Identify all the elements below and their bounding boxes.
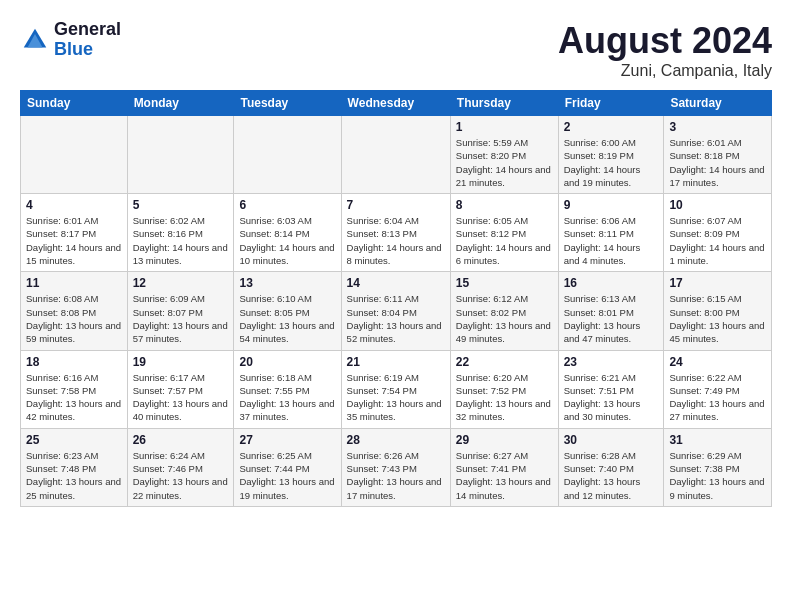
- calendar-cell: 14Sunrise: 6:11 AM Sunset: 8:04 PM Dayli…: [341, 272, 450, 350]
- day-number: 3: [669, 120, 766, 134]
- cell-content: Sunrise: 6:06 AM Sunset: 8:11 PM Dayligh…: [564, 214, 659, 267]
- calendar-cell: 13Sunrise: 6:10 AM Sunset: 8:05 PM Dayli…: [234, 272, 341, 350]
- calendar-cell: [127, 116, 234, 194]
- calendar-cell: 28Sunrise: 6:26 AM Sunset: 7:43 PM Dayli…: [341, 428, 450, 506]
- calendar-cell: 16Sunrise: 6:13 AM Sunset: 8:01 PM Dayli…: [558, 272, 664, 350]
- weekday-header-tuesday: Tuesday: [234, 91, 341, 116]
- day-number: 13: [239, 276, 335, 290]
- day-number: 5: [133, 198, 229, 212]
- calendar-cell: 20Sunrise: 6:18 AM Sunset: 7:55 PM Dayli…: [234, 350, 341, 428]
- day-number: 24: [669, 355, 766, 369]
- cell-content: Sunrise: 6:11 AM Sunset: 8:04 PM Dayligh…: [347, 292, 445, 345]
- calendar-cell: 30Sunrise: 6:28 AM Sunset: 7:40 PM Dayli…: [558, 428, 664, 506]
- calendar-week-row: 1Sunrise: 5:59 AM Sunset: 8:20 PM Daylig…: [21, 116, 772, 194]
- cell-content: Sunrise: 6:23 AM Sunset: 7:48 PM Dayligh…: [26, 449, 122, 502]
- cell-content: Sunrise: 6:12 AM Sunset: 8:02 PM Dayligh…: [456, 292, 553, 345]
- day-number: 12: [133, 276, 229, 290]
- calendar-cell: 10Sunrise: 6:07 AM Sunset: 8:09 PM Dayli…: [664, 194, 772, 272]
- cell-content: Sunrise: 5:59 AM Sunset: 8:20 PM Dayligh…: [456, 136, 553, 189]
- cell-content: Sunrise: 6:26 AM Sunset: 7:43 PM Dayligh…: [347, 449, 445, 502]
- day-number: 23: [564, 355, 659, 369]
- day-number: 9: [564, 198, 659, 212]
- page-header: General Blue August 2024 Zuni, Campania,…: [20, 20, 772, 80]
- cell-content: Sunrise: 6:08 AM Sunset: 8:08 PM Dayligh…: [26, 292, 122, 345]
- day-number: 14: [347, 276, 445, 290]
- day-number: 11: [26, 276, 122, 290]
- day-number: 25: [26, 433, 122, 447]
- calendar-cell: 7Sunrise: 6:04 AM Sunset: 8:13 PM Daylig…: [341, 194, 450, 272]
- calendar-cell: 18Sunrise: 6:16 AM Sunset: 7:58 PM Dayli…: [21, 350, 128, 428]
- day-number: 20: [239, 355, 335, 369]
- calendar-cell: 19Sunrise: 6:17 AM Sunset: 7:57 PM Dayli…: [127, 350, 234, 428]
- cell-content: Sunrise: 6:07 AM Sunset: 8:09 PM Dayligh…: [669, 214, 766, 267]
- cell-content: Sunrise: 6:29 AM Sunset: 7:38 PM Dayligh…: [669, 449, 766, 502]
- logo-icon: [20, 25, 50, 55]
- weekday-header-monday: Monday: [127, 91, 234, 116]
- calendar-cell: 26Sunrise: 6:24 AM Sunset: 7:46 PM Dayli…: [127, 428, 234, 506]
- calendar-cell: 29Sunrise: 6:27 AM Sunset: 7:41 PM Dayli…: [450, 428, 558, 506]
- weekday-header-thursday: Thursday: [450, 91, 558, 116]
- day-number: 26: [133, 433, 229, 447]
- calendar-cell: 8Sunrise: 6:05 AM Sunset: 8:12 PM Daylig…: [450, 194, 558, 272]
- calendar-cell: 17Sunrise: 6:15 AM Sunset: 8:00 PM Dayli…: [664, 272, 772, 350]
- cell-content: Sunrise: 6:02 AM Sunset: 8:16 PM Dayligh…: [133, 214, 229, 267]
- cell-content: Sunrise: 6:05 AM Sunset: 8:12 PM Dayligh…: [456, 214, 553, 267]
- title-section: August 2024 Zuni, Campania, Italy: [558, 20, 772, 80]
- calendar-week-row: 11Sunrise: 6:08 AM Sunset: 8:08 PM Dayli…: [21, 272, 772, 350]
- weekday-header-sunday: Sunday: [21, 91, 128, 116]
- cell-content: Sunrise: 6:17 AM Sunset: 7:57 PM Dayligh…: [133, 371, 229, 424]
- day-number: 31: [669, 433, 766, 447]
- logo-blue: Blue: [54, 40, 121, 60]
- cell-content: Sunrise: 6:01 AM Sunset: 8:18 PM Dayligh…: [669, 136, 766, 189]
- weekday-header-wednesday: Wednesday: [341, 91, 450, 116]
- day-number: 18: [26, 355, 122, 369]
- cell-content: Sunrise: 6:03 AM Sunset: 8:14 PM Dayligh…: [239, 214, 335, 267]
- cell-content: Sunrise: 6:10 AM Sunset: 8:05 PM Dayligh…: [239, 292, 335, 345]
- cell-content: Sunrise: 6:16 AM Sunset: 7:58 PM Dayligh…: [26, 371, 122, 424]
- cell-content: Sunrise: 6:09 AM Sunset: 8:07 PM Dayligh…: [133, 292, 229, 345]
- calendar-cell: 1Sunrise: 5:59 AM Sunset: 8:20 PM Daylig…: [450, 116, 558, 194]
- calendar-cell: 15Sunrise: 6:12 AM Sunset: 8:02 PM Dayli…: [450, 272, 558, 350]
- calendar-cell: 31Sunrise: 6:29 AM Sunset: 7:38 PM Dayli…: [664, 428, 772, 506]
- calendar-cell: 5Sunrise: 6:02 AM Sunset: 8:16 PM Daylig…: [127, 194, 234, 272]
- location-subtitle: Zuni, Campania, Italy: [558, 62, 772, 80]
- day-number: 2: [564, 120, 659, 134]
- day-number: 28: [347, 433, 445, 447]
- calendar-cell: [234, 116, 341, 194]
- day-number: 22: [456, 355, 553, 369]
- cell-content: Sunrise: 6:22 AM Sunset: 7:49 PM Dayligh…: [669, 371, 766, 424]
- day-number: 8: [456, 198, 553, 212]
- day-number: 7: [347, 198, 445, 212]
- cell-content: Sunrise: 6:00 AM Sunset: 8:19 PM Dayligh…: [564, 136, 659, 189]
- day-number: 19: [133, 355, 229, 369]
- cell-content: Sunrise: 6:28 AM Sunset: 7:40 PM Dayligh…: [564, 449, 659, 502]
- calendar-cell: [21, 116, 128, 194]
- day-number: 6: [239, 198, 335, 212]
- calendar-week-row: 4Sunrise: 6:01 AM Sunset: 8:17 PM Daylig…: [21, 194, 772, 272]
- weekday-header-friday: Friday: [558, 91, 664, 116]
- cell-content: Sunrise: 6:24 AM Sunset: 7:46 PM Dayligh…: [133, 449, 229, 502]
- day-number: 29: [456, 433, 553, 447]
- cell-content: Sunrise: 6:20 AM Sunset: 7:52 PM Dayligh…: [456, 371, 553, 424]
- day-number: 17: [669, 276, 766, 290]
- weekday-header-saturday: Saturday: [664, 91, 772, 116]
- day-number: 15: [456, 276, 553, 290]
- calendar-header-row: SundayMondayTuesdayWednesdayThursdayFrid…: [21, 91, 772, 116]
- cell-content: Sunrise: 6:01 AM Sunset: 8:17 PM Dayligh…: [26, 214, 122, 267]
- day-number: 16: [564, 276, 659, 290]
- calendar-cell: 12Sunrise: 6:09 AM Sunset: 8:07 PM Dayli…: [127, 272, 234, 350]
- logo-general: General: [54, 20, 121, 40]
- calendar-cell: 3Sunrise: 6:01 AM Sunset: 8:18 PM Daylig…: [664, 116, 772, 194]
- calendar-cell: [341, 116, 450, 194]
- cell-content: Sunrise: 6:19 AM Sunset: 7:54 PM Dayligh…: [347, 371, 445, 424]
- calendar-cell: 22Sunrise: 6:20 AM Sunset: 7:52 PM Dayli…: [450, 350, 558, 428]
- cell-content: Sunrise: 6:27 AM Sunset: 7:41 PM Dayligh…: [456, 449, 553, 502]
- month-year-title: August 2024: [558, 20, 772, 62]
- calendar-table: SundayMondayTuesdayWednesdayThursdayFrid…: [20, 90, 772, 507]
- logo-text: General Blue: [54, 20, 121, 60]
- calendar-week-row: 18Sunrise: 6:16 AM Sunset: 7:58 PM Dayli…: [21, 350, 772, 428]
- cell-content: Sunrise: 6:15 AM Sunset: 8:00 PM Dayligh…: [669, 292, 766, 345]
- calendar-cell: 9Sunrise: 6:06 AM Sunset: 8:11 PM Daylig…: [558, 194, 664, 272]
- calendar-cell: 23Sunrise: 6:21 AM Sunset: 7:51 PM Dayli…: [558, 350, 664, 428]
- calendar-week-row: 25Sunrise: 6:23 AM Sunset: 7:48 PM Dayli…: [21, 428, 772, 506]
